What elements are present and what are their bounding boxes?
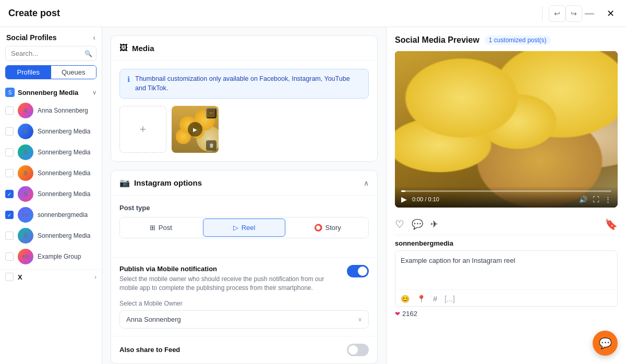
profile-checkbox-8[interactable] <box>5 252 14 261</box>
avatar: S <box>18 124 33 139</box>
hashtag-icon[interactable]: # <box>433 294 437 303</box>
center-panel: 🖼 Media ℹ Thumbnail customization only a… <box>102 27 386 364</box>
list-item[interactable]: EG Example Group <box>0 246 102 267</box>
media-thumbnail: ⋯ ▶ 🗑 <box>172 106 219 153</box>
profile-checkbox-4[interactable] <box>5 169 14 177</box>
thumbnail-play-button[interactable]: ▶ <box>188 122 202 137</box>
profile-checkbox-3[interactable] <box>5 148 14 156</box>
list-item[interactable]: S Sonnenberg Media <box>0 142 102 163</box>
like-icon[interactable]: ♡ <box>395 218 404 230</box>
media-grid: + ⋯ ▶ 🗑 <box>119 106 369 153</box>
mobile-notification-toggle[interactable] <box>347 265 369 277</box>
video-play-button[interactable]: ▶ <box>401 195 407 203</box>
post-type-reel-icon: ▷ <box>233 224 238 232</box>
profile-checkbox-1[interactable] <box>5 106 14 115</box>
video-progress-fill <box>401 190 405 192</box>
post-type-selector: ⊞ Post ▷ Reel ⭕ Story <box>119 217 369 238</box>
video-progress-bar[interactable] <box>401 190 611 192</box>
sidebar-search-container: 🔍 <box>5 46 97 61</box>
video-control-icons: 🔊 ⛶ ⋮ <box>579 196 611 203</box>
tab-profiles[interactable]: Profiles <box>6 66 51 79</box>
mobile-owner-select[interactable]: Anna Sonnenberg ∨ <box>119 310 369 329</box>
search-icon: 🔍 <box>85 50 92 57</box>
undo-button[interactable]: ↩ <box>549 5 565 22</box>
instagram-count-icon: ❤ <box>395 310 400 318</box>
list-item[interactable]: A Anna Sonnenberg <box>0 100 102 121</box>
preview-username: sonnenbergmedia <box>395 239 618 247</box>
location-icon[interactable]: 📍 <box>417 295 426 303</box>
chat-icon: 💬 <box>599 337 612 349</box>
sidebar-header: Social Profiles ‹ <box>0 27 102 46</box>
redo-button[interactable]: ↪ <box>565 5 582 22</box>
sidebar-collapse-button[interactable]: ‹ <box>93 33 95 42</box>
post-type-label: Post type <box>119 204 369 212</box>
instagram-section-header[interactable]: 📷 Instagram options ∧ <box>111 171 377 195</box>
profile-checkbox-x[interactable] <box>5 273 14 281</box>
mobile-notification-title: Publish via Mobile notification <box>119 265 341 273</box>
list-item[interactable]: sm sonnenbergmedia <box>0 204 102 225</box>
mobile-owner-label: Select a Mobile Owner <box>119 300 369 307</box>
group-icon: S <box>5 88 15 97</box>
avatar: S <box>18 228 33 244</box>
profile-checkbox-5[interactable] <box>5 190 14 198</box>
instagram-section-title: Instagram options <box>134 178 359 187</box>
video-controls-row: ▶ 0:00 / 0:10 🔊 ⛶ ⋮ <box>401 195 611 203</box>
profile-name: Sonnenberg Media <box>38 149 90 156</box>
post-type-reel-label: Reel <box>242 224 256 232</box>
list-item[interactable]: S Sonnenberg Media <box>0 225 102 246</box>
share-icon[interactable]: ✈ <box>430 219 438 230</box>
mobile-owner-value: Anna Sonnenberg <box>126 316 181 323</box>
add-media-button[interactable]: + <box>119 106 166 153</box>
preview-badge: 1 customized post(s) <box>485 35 551 45</box>
instagram-collapse-icon: ∧ <box>364 179 369 187</box>
caption-input[interactable] <box>395 251 617 287</box>
also-share-label: Also share to Feed <box>119 346 347 354</box>
chat-bubble[interactable]: 💬 <box>593 331 618 356</box>
bookmark-icon[interactable]: 🔖 <box>605 218 618 230</box>
list-item[interactable]: S Sonnenberg Media <box>0 184 102 204</box>
caption-container: 😊 📍 # [...] <box>395 250 618 307</box>
avatar: S <box>18 144 33 160</box>
also-share-toggle[interactable] <box>347 344 369 356</box>
text-format-icon[interactable]: [...] <box>444 295 454 303</box>
profile-checkbox-6[interactable] <box>5 211 14 219</box>
thumbnail-delete-button[interactable]: 🗑 <box>206 140 216 151</box>
video-more-button[interactable]: ⋮ <box>605 196 611 203</box>
post-type-reel-button[interactable]: ▷ Reel <box>203 219 286 237</box>
post-type-post-button[interactable]: ⊞ Post <box>120 217 202 238</box>
sidebar: Social Profiles ‹ 🔍 Profiles Queues S So… <box>0 27 102 364</box>
avatar: EG <box>18 249 33 264</box>
profile-checkbox-2[interactable] <box>5 127 14 136</box>
video-fullscreen-button[interactable]: ⛶ <box>593 196 599 203</box>
sidebar-group-sonnenberg[interactable]: S Sonnenberg Media ∨ <box>0 84 102 100</box>
comment-icon[interactable]: 💬 <box>412 219 423 230</box>
close-button[interactable]: ✕ <box>603 6 618 21</box>
sidebar-item-x[interactable]: X › <box>0 269 102 284</box>
post-type-story-icon: ⭕ <box>314 224 322 232</box>
list-item[interactable]: S Sonnenberg Media <box>0 121 102 142</box>
post-type-story-button[interactable]: ⭕ Story <box>286 217 368 238</box>
media-info-banner: ℹ Thumbnail customization only available… <box>119 69 369 99</box>
preview-likes-count: 2162 <box>402 310 417 318</box>
mobile-notification-row: Publish via Mobile notification Select t… <box>111 257 377 300</box>
search-input[interactable] <box>5 46 97 61</box>
media-icon: 🖼 <box>119 43 128 53</box>
tab-queues[interactable]: Queues <box>51 66 97 79</box>
profile-name: Sonnenberg Media <box>38 128 90 135</box>
caption-toolbar: 😊 📍 # [...] <box>395 289 617 306</box>
list-item[interactable]: S Sonnenberg Media <box>0 163 102 184</box>
media-section-header: 🖼 Media <box>111 36 377 60</box>
emoji-picker-icon[interactable]: 😊 <box>401 295 410 303</box>
avatar: A <box>18 103 33 118</box>
profile-checkbox-7[interactable] <box>5 232 14 240</box>
minimize-button[interactable]: — <box>582 6 597 21</box>
video-controls: ▶ 0:00 / 0:10 🔊 ⛶ ⋮ <box>395 186 618 208</box>
video-time: 0:00 / 0:10 <box>412 196 574 202</box>
video-preview: ▶ 0:00 / 0:10 🔊 ⛶ ⋮ <box>395 51 618 208</box>
group-chevron-icon: ∨ <box>92 89 97 96</box>
instagram-icon: 📷 <box>119 178 130 188</box>
post-type-post-icon: ⊞ <box>150 224 155 232</box>
video-mute-button[interactable]: 🔊 <box>579 196 587 203</box>
post-type-post-label: Post <box>159 224 172 232</box>
profile-name: sonnenbergmedia <box>38 211 88 219</box>
